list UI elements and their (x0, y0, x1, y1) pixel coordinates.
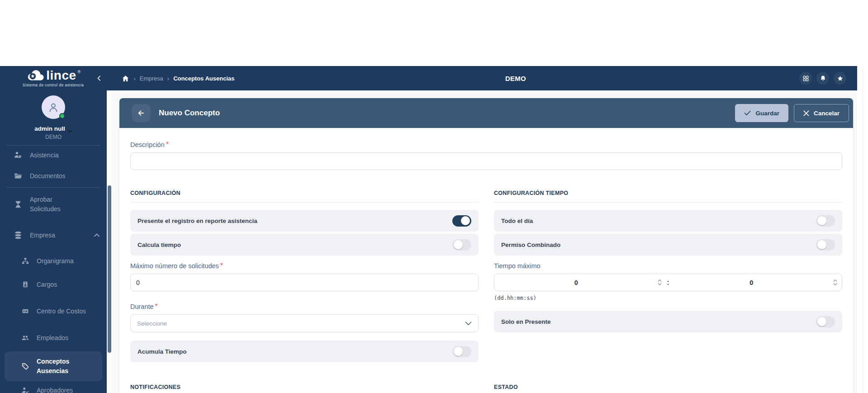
required-asterisk: * (220, 262, 223, 270)
permiso-combinado-toggle[interactable] (816, 239, 835, 251)
brand-tagline: Sistema de control de asistencia (23, 83, 84, 87)
section-heading-configuracion-tiempo: CONFIGURACIÓN TIEMPO (494, 190, 842, 197)
sidebar-item-label: Empresa (30, 231, 55, 240)
tiempo-maximo-input-2[interactable]: 0 (670, 274, 842, 291)
panel-header: Nuevo Concepto Guardar Cancelar (119, 98, 853, 128)
section-heading-configuracion: CONFIGURACIÓN (130, 190, 479, 197)
toggle-row-solo-en-presente: Solo en Presente (494, 311, 842, 332)
toggle-row-calcula-tiempo: Calcula tiempo (130, 234, 479, 256)
user-company: DEMO (0, 134, 107, 140)
sidebar-item-label: Asistencia (30, 151, 59, 160)
sidebar-collapse-button[interactable] (95, 75, 103, 82)
sidebar-item-centro-de-costos[interactable]: $ Centro de Costos (0, 296, 107, 326)
section-heading-notificaciones: NOTIFICACIONES (130, 384, 479, 391)
sidebar-item-label: Centro de Costos (37, 307, 86, 316)
tiempo-maximo-input-1[interactable]: 0 (494, 274, 666, 291)
brand-logo[interactable]: lince ® Sistema de control de asistencia (23, 69, 84, 87)
max-solicitudes-field: Máximo número de solicitudes* (130, 262, 479, 291)
sidebar-item-conceptos-ausencias[interactable]: Conceptos Ausencias (5, 351, 102, 381)
toggle-row-todo-el-dia: Todo el día (494, 210, 842, 232)
sidebar-menu: Asistencia Documentos Aprobar Solicitude… (0, 145, 107, 393)
user-clock-icon (14, 151, 23, 160)
close-icon (803, 110, 809, 116)
cancel-button[interactable]: Cancelar (794, 104, 849, 122)
header-actions: Guardar Cancelar (735, 104, 849, 122)
sidebar-item-aprobadores[interactable]: Aprobadores (0, 381, 107, 393)
home-icon[interactable] (122, 75, 129, 82)
page-scrollbar-track (863, 66, 863, 393)
toggle-row-acumula-tiempo: Acumula Tiempo (130, 341, 479, 362)
tiempo-maximo-value-2: 0 (670, 279, 833, 286)
svg-text:$: $ (23, 310, 24, 313)
breadcrumb-separator: › (167, 75, 169, 82)
breadcrumb-separator: › (133, 75, 135, 82)
save-button[interactable]: Guardar (735, 104, 788, 122)
chevron-down-icon (465, 322, 472, 326)
sidebar-item-organigrama[interactable]: Organigrama (0, 249, 107, 273)
user-name: admin null (34, 125, 65, 132)
user-block[interactable]: admin null DEMO (0, 90, 107, 140)
todo-el-dia-toggle[interactable] (816, 215, 835, 227)
cloud-star-icon (26, 69, 45, 82)
sidebar-scrollbar-thumb[interactable] (108, 185, 111, 353)
spinner-down-icon[interactable] (833, 283, 837, 285)
back-button[interactable] (132, 104, 150, 122)
person-icon (47, 101, 60, 114)
sidebar-item-empleados[interactable]: Empleados (0, 326, 107, 350)
avatar[interactable] (42, 95, 65, 119)
max-solicitudes-input[interactable] (130, 274, 479, 291)
spinner-down-icon[interactable] (658, 283, 662, 285)
sidebar-item-asistencia[interactable]: Asistencia (0, 146, 107, 165)
arrow-left-icon (137, 109, 145, 117)
solo-en-presente-toggle[interactable] (816, 316, 835, 327)
toggle-label: Solo en Presente (501, 318, 551, 325)
notificaciones-section: NOTIFICACIONES (130, 384, 479, 393)
spinner-controls (658, 279, 666, 285)
spinner-up-icon[interactable] (658, 279, 662, 282)
bottom-sections: NOTIFICACIONES ESTADO (130, 384, 842, 393)
sidebar-item-label: Empleados (37, 333, 68, 343)
descripcion-input[interactable] (130, 152, 842, 170)
breadcrumb: › Empresa › Conceptos Ausencias (122, 75, 234, 82)
topbar-icon-group (799, 72, 846, 85)
tiempo-maximo-value-1: 0 (494, 279, 658, 286)
form-columns: CONFIGURACIÓN Presente el registro en re… (130, 190, 842, 362)
bell-icon[interactable] (816, 72, 829, 85)
page-title: Nuevo Concepto (159, 109, 220, 118)
sidebar-item-documentos[interactable]: Documentos (0, 165, 107, 187)
toggle-label: Todo el día (501, 218, 533, 224)
brand-name: lince (46, 70, 76, 81)
sidebar-item-aprobar-solicitudes[interactable]: Aprobar Solicitudes (0, 188, 107, 221)
calcula-tiempo-toggle[interactable] (452, 239, 471, 251)
apps-grid-icon[interactable] (799, 72, 812, 85)
toggle-row-presente: Presente el registro en reporte asistenc… (130, 210, 479, 232)
environment-title: DEMO (486, 75, 545, 82)
breadcrumb-item-empresa[interactable]: Empresa (140, 75, 163, 82)
sidebar-item-label: Conceptos Ausencias (37, 357, 90, 376)
tag-icon (21, 362, 29, 370)
breadcrumb-item-current: Conceptos Ausencias (173, 75, 234, 82)
sidebar-item-empresa[interactable]: Empresa (0, 221, 107, 249)
sidebar-item-label: Cargos (37, 280, 57, 289)
acumula-tiempo-toggle[interactable] (452, 346, 471, 357)
durante-select[interactable]: Seleccione (130, 314, 479, 332)
divider (130, 202, 479, 203)
users-icon (21, 334, 29, 342)
sidebar-item-cargos[interactable]: Cargos (0, 273, 107, 296)
hourglass-icon (14, 200, 23, 209)
spinner-up-icon[interactable] (833, 279, 837, 282)
durante-field: Durante* Seleccione (130, 303, 479, 332)
time-format-hint: (dd.hh:mm:ss) (494, 295, 842, 301)
descripcion-field: Descripción* (130, 141, 842, 170)
max-solicitudes-label: Máximo número de solicitudes (130, 262, 219, 270)
tiempo-maximo-field: Tiempo máximo 0 : 0 (494, 262, 842, 301)
save-button-label: Guardar (755, 110, 779, 117)
sidebar: admin null DEMO Asistencia (0, 90, 107, 393)
presente-toggle[interactable] (452, 215, 471, 227)
money-check-icon: $ (21, 308, 29, 315)
sidebar-item-label: Aprobadores (37, 386, 73, 393)
star-icon[interactable] (834, 72, 846, 85)
database-icon (14, 231, 23, 240)
descripcion-label: Descripción (130, 141, 165, 148)
configuracion-tiempo-section: CONFIGURACIÓN TIEMPO Todo el día Permiso… (494, 190, 842, 362)
